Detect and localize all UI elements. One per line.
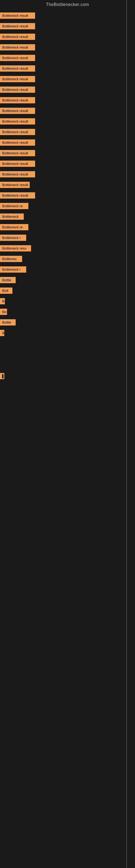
bar-label: Bottleneck result <box>0 44 35 51</box>
bar-row <box>0 404 135 414</box>
bar-row: Bottleneck result <box>0 138 135 148</box>
bar-row: Bottleneck r <box>0 233 135 244</box>
bar-row: Bottleneck result <box>0 169 135 180</box>
bar-row: B <box>0 328 135 339</box>
bar-row: Bottleneck result <box>0 53 135 64</box>
bar-label: Bottleneck result <box>0 140 35 146</box>
bar-row: Bottleneck result <box>0 11 135 22</box>
bar-label: Bottle <box>0 277 16 283</box>
bar-row: B <box>0 297 135 307</box>
bar-row: Bottleneck result <box>0 127 135 138</box>
bar-row: Bottleneck result <box>0 106 135 117</box>
bar-row: Bottleneck result <box>0 148 135 159</box>
bar-label: Bottleneck result <box>0 161 35 167</box>
bar-row: Bottleneck re <box>0 201 135 212</box>
site-title: TheBottlenecker.com <box>0 0 135 8</box>
bar-row: Bottleneck result <box>0 117 135 127</box>
bar-row: Bottleneck result <box>0 180 135 191</box>
bar-label: Bottleneck result <box>0 87 35 93</box>
bar-row <box>0 361 135 371</box>
bar-label: Bott <box>0 287 12 294</box>
bar-label: Bottleneck result <box>0 182 30 188</box>
bar-label: Bottleneck result <box>0 108 35 114</box>
bar-label: Bottleneck result <box>0 23 35 29</box>
bar-row: Bottleneck result <box>0 22 135 32</box>
bar-row: Bottleneck result <box>0 64 135 74</box>
bar-label: Bottle <box>0 319 16 326</box>
bar-row: Bottleneck result <box>0 95 135 106</box>
bar-row: Bottleneck result <box>0 191 135 201</box>
bar-label: Bottleneck <box>0 214 24 220</box>
bar-row: Bottleneck resu <box>0 244 135 254</box>
bar-row: Bottleneck result <box>0 159 135 169</box>
bar-row: Bottleneck <box>0 212 135 222</box>
bar-row: Bo <box>0 307 135 318</box>
bar-label: Bottleneck result <box>0 171 35 177</box>
bar-label: ▌ <box>0 373 4 379</box>
bar-label: Bottleneck result <box>0 34 35 40</box>
bar-row: Bottle <box>0 275 135 286</box>
bar-row: Bottleneck result <box>0 32 135 42</box>
bar-row: ▌ <box>0 371 135 382</box>
bar-row <box>0 382 135 393</box>
bar-row: Bottleneck result <box>0 85 135 95</box>
bar-label: Bottleneck re <box>0 203 28 209</box>
bar-row <box>0 350 135 361</box>
bar-row: Bottleneck re <box>0 222 135 233</box>
bar-label: Bottleneck r <box>0 235 26 241</box>
bar-row: Bottleneck result <box>0 74 135 85</box>
bar-row: Bottleneck r <box>0 265 135 275</box>
bar-label: Bottleneck result <box>0 192 35 198</box>
bar-row: Bottle <box>0 318 135 328</box>
bars-container: Bottleneck resultBottleneck resultBottle… <box>0 8 135 425</box>
bar-label: Bottleneck result <box>0 55 35 61</box>
vertical-line <box>126 0 127 868</box>
bar-label: Bottleneck result <box>0 76 35 82</box>
bar-label: Bottleneck re <box>0 224 28 230</box>
bar-row <box>0 414 135 425</box>
bar-row <box>0 339 135 350</box>
bar-label: Bottleneck result <box>0 12 35 19</box>
bar-label: B <box>0 330 4 336</box>
bar-row: Bottlenec <box>0 254 135 265</box>
bar-row: Bottleneck result <box>0 42 135 53</box>
bar-label: Bottlenec <box>0 256 22 262</box>
bar-label: Bottleneck result <box>0 65 35 72</box>
bar-label: Bottleneck result <box>0 97 35 103</box>
bar-row: Bott <box>0 286 135 297</box>
bar-label: Bo <box>0 309 7 315</box>
bar-label: Bottleneck resu <box>0 245 31 251</box>
bar-label: Bottleneck result <box>0 118 35 124</box>
bar-label: Bottleneck result <box>0 150 35 156</box>
bar-label: B <box>0 298 5 304</box>
bar-row <box>0 393 135 404</box>
bar-label: Bottleneck result <box>0 129 35 135</box>
bar-label: Bottleneck r <box>0 267 26 273</box>
